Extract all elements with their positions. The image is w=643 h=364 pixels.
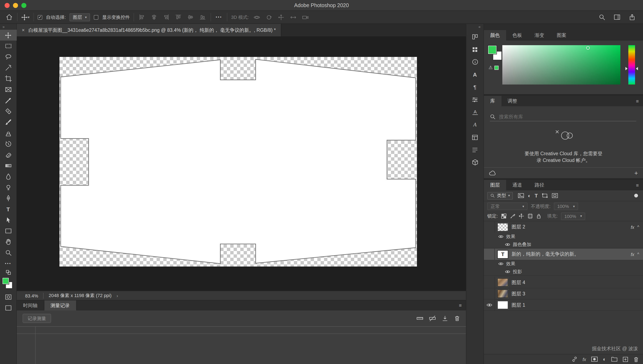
hue-slider[interactable] (628, 45, 635, 84)
align-bottom-button[interactable] (198, 12, 207, 22)
saturation-brightness-field[interactable] (502, 45, 620, 84)
visibility-toggle[interactable] (484, 277, 495, 288)
layer-row-layer1[interactable]: 图层 1 (484, 300, 643, 311)
layer-group-icon[interactable] (611, 356, 617, 362)
tab-gradients[interactable]: 渐变 (528, 30, 550, 40)
hand-tool[interactable] (0, 236, 17, 247)
layer-row-layer2[interactable]: 图层 2 fx ^ (484, 221, 643, 233)
pen-tool[interactable] (0, 193, 17, 204)
layer-name[interactable]: 图层 4 (511, 279, 525, 286)
move-tool-preset[interactable]: ▾ (21, 12, 30, 22)
align-right-button[interactable] (162, 12, 170, 22)
home-button[interactable] (5, 12, 14, 22)
tab-color[interactable]: 颜色 (484, 30, 506, 40)
history-brush-tool[interactable] (0, 138, 17, 149)
default-colors-button[interactable] (0, 269, 17, 276)
eyedropper-tool[interactable] (0, 95, 17, 106)
foreground-color-swatch[interactable] (2, 278, 9, 284)
properties-panel-icon[interactable] (466, 93, 484, 106)
shape-filter-icon[interactable] (541, 193, 548, 198)
tab-adjustments[interactable]: 调整 (501, 96, 523, 106)
screen-mode-button[interactable] (0, 302, 17, 313)
lasso-tool[interactable] (0, 52, 17, 62)
effect-row-drop-shadow[interactable]: 投影 (484, 268, 643, 276)
character-panel-icon[interactable]: A (466, 68, 484, 81)
effects-group-row[interactable]: 效果 (484, 233, 643, 240)
export-measurements-icon[interactable] (442, 316, 448, 321)
spot-healing-tool[interactable] (0, 106, 17, 117)
path-selection-tool[interactable] (0, 215, 17, 226)
expand-panels-icon[interactable]: « (466, 24, 483, 30)
library-search-input[interactable] (499, 114, 624, 119)
3d-camera-button[interactable] (301, 12, 310, 22)
panel-menu-icon[interactable]: ≡ (459, 300, 466, 310)
auto-select-checkbox[interactable]: ✓ (38, 15, 42, 20)
visibility-toggle[interactable] (484, 221, 495, 233)
tab-measurement-log[interactable]: 测量记录 (44, 300, 76, 310)
adjustment-layer-icon[interactable]: ◐ (603, 356, 606, 362)
panel-menu-icon[interactable]: ≡ (636, 96, 643, 106)
hue-marker-right[interactable] (636, 67, 638, 70)
record-measurements-button[interactable]: 记录测量 (23, 314, 51, 323)
color-grid-panel-icon[interactable] (466, 43, 484, 56)
show-transform-checkbox[interactable] (94, 15, 98, 20)
lock-artboard-icon[interactable] (527, 214, 533, 219)
layer-thumbnail[interactable] (497, 278, 508, 286)
collapse-effects-icon[interactable]: ^ (637, 252, 639, 256)
blur-tool[interactable] (0, 171, 17, 182)
opacity-dropdown[interactable]: 100% ▾ (554, 202, 578, 210)
layer-filter-dropdown[interactable]: 类型 ▾ (487, 192, 513, 199)
gamut-warning[interactable]: ⚠ (488, 65, 499, 70)
measurement-scale-icon[interactable] (416, 316, 423, 321)
clear-measurements-icon[interactable] (429, 316, 436, 321)
layer-thumbnail[interactable] (497, 223, 508, 231)
eye-icon[interactable] (498, 262, 504, 266)
edit-toolbar-button[interactable]: ••• (0, 258, 17, 269)
collapse-effects-icon[interactable]: ^ (637, 225, 639, 229)
lock-transparency-icon[interactable] (501, 214, 506, 219)
eraser-tool[interactable] (0, 149, 17, 160)
layer-name[interactable]: 图层 3 (511, 290, 525, 297)
layer-row-layer3[interactable]: 图层 3 (484, 288, 643, 300)
gradient-tool[interactable] (0, 160, 17, 171)
paragraph-panel-icon[interactable]: ¶ (466, 81, 484, 93)
align-center-h-button[interactable] (150, 12, 158, 22)
text-layer-thumbnail[interactable]: T (497, 250, 508, 258)
layer-thumbnail[interactable] (497, 290, 508, 298)
search-button[interactable] (598, 12, 606, 22)
document-canvas[interactable] (60, 57, 417, 266)
layer-name[interactable]: 图层 1 (511, 302, 525, 308)
type-tool[interactable]: T (0, 204, 17, 215)
lock-all-icon[interactable] (536, 214, 541, 219)
collapse-toolbar-icon[interactable]: » (0, 24, 16, 30)
pixel-filter-icon[interactable] (518, 193, 524, 198)
align-top-button[interactable] (174, 12, 183, 22)
eye-icon[interactable] (505, 270, 510, 274)
blend-mode-dropdown[interactable]: 正常 ▾ (487, 202, 527, 210)
visibility-toggle[interactable] (484, 288, 495, 299)
status-expander-icon[interactable]: › (117, 293, 118, 298)
3d-orbit-button[interactable] (253, 12, 261, 22)
tab-layers[interactable]: 图层 (484, 180, 506, 190)
eye-icon[interactable] (486, 303, 492, 307)
effects-group-row[interactable]: 效果 (484, 260, 643, 268)
3d-roll-button[interactable] (265, 12, 273, 22)
marquee-tool[interactable] (0, 40, 17, 52)
align-left-button[interactable] (138, 12, 146, 22)
more-options-button[interactable]: ••• (215, 12, 223, 22)
3d-slide-button[interactable] (289, 12, 297, 22)
cloud-sync-icon[interactable] (489, 170, 496, 176)
layer-row-text-layer[interactable]: T 新的，纯新的，毫无争议的新。 fx ^ (484, 248, 643, 260)
minimize-window-button[interactable] (13, 3, 18, 8)
maximize-window-button[interactable] (21, 3, 26, 8)
foreground-color-swatch[interactable] (488, 46, 496, 54)
tab-swatches[interactable]: 色板 (506, 30, 528, 40)
frame-tool[interactable] (0, 84, 17, 95)
auto-select-target-dropdown[interactable]: 图层 ▾ (70, 13, 90, 21)
zoom-level[interactable]: 83.4% (25, 293, 38, 298)
color-cursor[interactable] (586, 46, 590, 50)
layer-mask-icon[interactable] (591, 356, 598, 362)
glyphs-panel-icon[interactable]: A (466, 106, 484, 118)
brush-tool[interactable] (0, 117, 17, 128)
eye-icon[interactable] (505, 242, 510, 246)
